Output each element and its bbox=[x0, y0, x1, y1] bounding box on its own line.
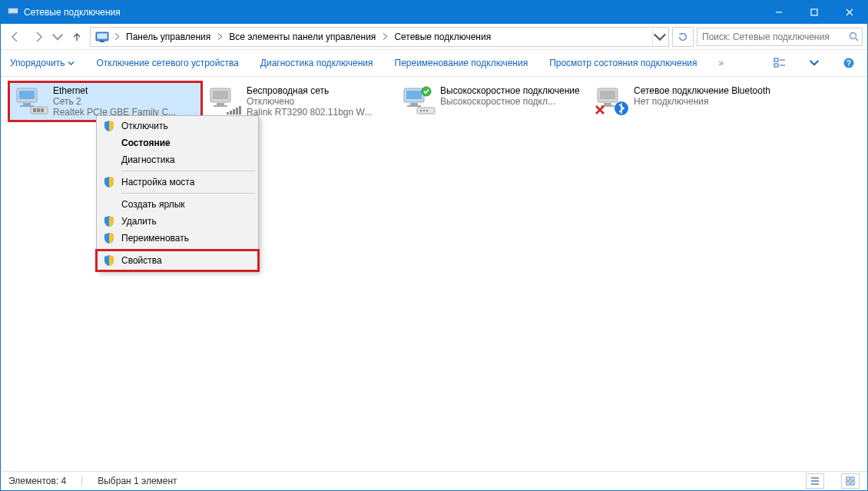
shield-icon bbox=[103, 232, 115, 244]
organize-button[interactable]: Упорядочить bbox=[8, 55, 76, 71]
svg-rect-44 bbox=[851, 477, 854, 480]
menu-item-disable[interactable]: Отключить bbox=[98, 118, 257, 134]
svg-rect-28 bbox=[239, 106, 241, 114]
details-view-button[interactable] bbox=[806, 473, 824, 489]
menu-label: Состояние bbox=[121, 138, 171, 148]
menu-item-shortcut[interactable]: Создать ярлык bbox=[98, 196, 257, 213]
status-bar: Элементов: 4 Выбран 1 элемент bbox=[1, 471, 867, 490]
svg-rect-32 bbox=[407, 105, 421, 107]
breadcrumb-item[interactable]: Панель управления bbox=[121, 28, 215, 45]
menu-separator bbox=[121, 193, 255, 194]
svg-rect-30 bbox=[406, 91, 422, 99]
svg-rect-24 bbox=[227, 112, 229, 114]
menu-item-diagnose[interactable]: Диагностика bbox=[98, 151, 257, 168]
menu-label: Диагностика bbox=[121, 154, 175, 165]
maximize-button[interactable] bbox=[797, 1, 832, 24]
diagnose-button[interactable]: Диагностика подключения bbox=[259, 55, 375, 71]
menu-label: Удалить bbox=[121, 216, 157, 227]
breadcrumb-item[interactable]: Все элементы панели управления bbox=[224, 28, 380, 45]
menu-separator bbox=[121, 171, 255, 171]
connection-item-ethernet[interactable]: Ethernet Сеть 2 Realtek PCIe GBE Family … bbox=[10, 83, 200, 120]
connection-name: Сетевое подключение Bluetooth bbox=[634, 85, 770, 96]
svg-point-34 bbox=[420, 110, 422, 112]
menu-item-delete[interactable]: Удалить bbox=[98, 213, 257, 230]
refresh-button[interactable] bbox=[672, 27, 694, 47]
svg-rect-13 bbox=[19, 91, 35, 99]
breadcrumb-item[interactable]: Сетевые подключения bbox=[389, 28, 495, 45]
svg-rect-45 bbox=[846, 482, 850, 485]
organize-label: Упорядочить bbox=[10, 58, 65, 68]
svg-rect-43 bbox=[846, 477, 850, 480]
connection-item-broadband[interactable]: Высокоскоростное подключение Высокоскоро… bbox=[397, 83, 588, 120]
status-selection: Выбран 1 элемент bbox=[98, 476, 177, 486]
connection-item-wireless[interactable]: Беспроводная сеть Отключено Ralink RT329… bbox=[204, 83, 394, 120]
svg-rect-26 bbox=[233, 109, 235, 114]
shield-icon bbox=[103, 176, 115, 188]
svg-point-35 bbox=[423, 110, 426, 112]
minimize-button[interactable] bbox=[761, 1, 797, 24]
menu-label: Настройка моста bbox=[121, 177, 194, 187]
svg-rect-27 bbox=[236, 108, 238, 114]
svg-rect-22 bbox=[217, 103, 224, 105]
svg-point-7 bbox=[850, 33, 856, 39]
view-status-button[interactable]: Просмотр состояния подключения bbox=[548, 55, 698, 71]
command-label: Переименование подключения bbox=[395, 58, 528, 68]
view-dropdown-button[interactable] bbox=[809, 53, 820, 73]
menu-item-status[interactable]: Состояние bbox=[98, 134, 257, 151]
svg-rect-5 bbox=[98, 33, 108, 38]
shield-icon bbox=[103, 120, 115, 132]
back-button[interactable] bbox=[5, 27, 25, 47]
menu-label: Создать ярлык bbox=[121, 199, 185, 210]
navigation-bar: Панель управления Все элементы панели уп… bbox=[1, 24, 867, 50]
view-options-button[interactable] bbox=[769, 53, 790, 73]
svg-rect-17 bbox=[33, 108, 36, 112]
menu-item-rename[interactable]: Переименовать bbox=[98, 230, 257, 247]
svg-text:?: ? bbox=[846, 59, 851, 68]
close-button[interactable] bbox=[832, 1, 867, 24]
command-label: Просмотр состояния подключения bbox=[549, 58, 697, 68]
disable-device-button[interactable]: Отключение сетевого устройства bbox=[94, 55, 240, 71]
search-box[interactable] bbox=[697, 28, 863, 46]
more-commands-button[interactable]: » bbox=[717, 55, 726, 71]
breadcrumb-sep-icon[interactable] bbox=[215, 29, 224, 45]
svg-rect-6 bbox=[100, 41, 104, 42]
forward-button[interactable] bbox=[28, 27, 48, 47]
context-menu: Отключить Состояние Диагностика Настройк… bbox=[96, 115, 259, 271]
menu-label: Свойства bbox=[121, 255, 162, 266]
connection-name: Ethernet bbox=[53, 85, 176, 96]
breadcrumb-sep-icon[interactable] bbox=[380, 29, 389, 45]
command-bar: Упорядочить Отключение сетевого устройст… bbox=[1, 50, 867, 77]
app-icon bbox=[7, 6, 19, 18]
breadcrumb-dropdown-button[interactable] bbox=[652, 28, 667, 45]
svg-rect-25 bbox=[230, 111, 232, 114]
svg-rect-40 bbox=[604, 103, 611, 105]
help-button[interactable]: ? bbox=[838, 53, 860, 73]
breadcrumb[interactable]: Панель управления Все элементы панели уп… bbox=[90, 27, 669, 47]
up-button[interactable] bbox=[67, 27, 87, 47]
connection-device: Ralink RT3290 802.11bgn W... bbox=[247, 107, 372, 118]
menu-separator bbox=[121, 249, 255, 250]
svg-rect-31 bbox=[410, 103, 418, 105]
svg-rect-46 bbox=[851, 482, 854, 485]
rename-connection-button[interactable]: Переименование подключения bbox=[393, 55, 530, 71]
shield-icon bbox=[103, 215, 115, 227]
large-icons-view-button[interactable] bbox=[841, 473, 860, 489]
svg-rect-1 bbox=[8, 8, 18, 13]
svg-rect-21 bbox=[213, 91, 228, 99]
content-area: Ethernet Сеть 2 Realtek PCIe GBE Family … bbox=[1, 77, 867, 471]
svg-rect-8 bbox=[774, 58, 778, 61]
breadcrumb-sep-icon[interactable] bbox=[112, 29, 121, 45]
menu-item-properties[interactable]: Свойства bbox=[98, 252, 257, 269]
connection-item-bluetooth[interactable]: Сетевое подключение Bluetooth Нет подклю… bbox=[591, 83, 781, 120]
status-item-count: Элементов: 4 bbox=[8, 476, 66, 486]
history-dropdown-button[interactable] bbox=[51, 27, 64, 47]
connection-status: Сеть 2 bbox=[53, 96, 176, 107]
shield-icon bbox=[103, 254, 115, 267]
svg-rect-14 bbox=[23, 103, 31, 105]
svg-rect-18 bbox=[37, 108, 40, 112]
svg-rect-9 bbox=[774, 64, 778, 67]
titlebar: Сетевые подключения bbox=[1, 1, 867, 24]
command-label: Диагностика подключения bbox=[260, 58, 373, 68]
search-input[interactable] bbox=[701, 31, 849, 43]
menu-item-bridge[interactable]: Настройка моста bbox=[98, 174, 257, 191]
